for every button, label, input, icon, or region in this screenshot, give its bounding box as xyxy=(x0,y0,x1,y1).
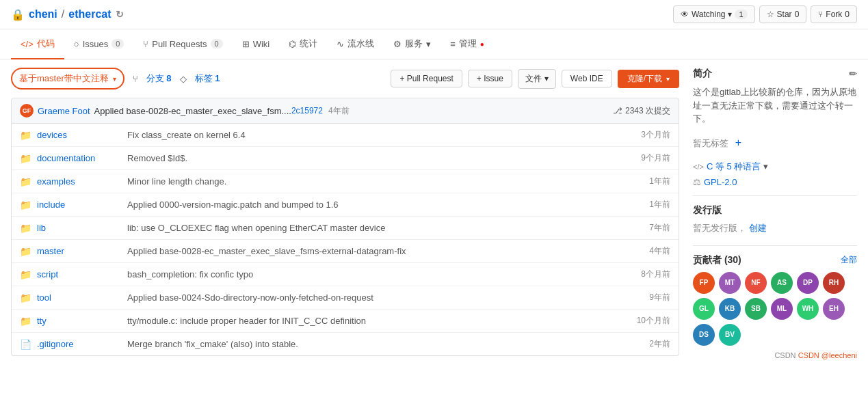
branch-selector[interactable]: 基于master带中文注释 ▾ xyxy=(11,68,124,90)
stats-icon: ⌬ xyxy=(289,39,296,49)
file-time-devices: 3个月前 xyxy=(641,129,670,141)
star-icon: ☆ xyxy=(767,10,774,19)
tag-icon: ◇ xyxy=(180,74,187,84)
folder-icon: 📁 xyxy=(20,246,31,257)
file-time-lib: 7年前 xyxy=(649,222,670,234)
commit-avatar: GF xyxy=(20,104,34,118)
owner-link[interactable]: cheni xyxy=(29,8,57,20)
file-name-tty[interactable]: tty xyxy=(37,316,119,326)
file-time-tty: 10个月前 xyxy=(637,315,670,327)
license-link[interactable]: GPL-2.0 xyxy=(704,177,737,187)
file-time-master: 4年前 xyxy=(649,245,670,257)
content-area: 基于master带中文注释 ▾ ⑂ 分支 8 ◇ 标签 1 + Pull Req… xyxy=(11,68,679,368)
release-section: 发行版 暂无发行版， 创建 xyxy=(693,204,857,234)
edit-icon[interactable]: ✏ xyxy=(849,68,857,79)
no-release-label: 暂无发行版， xyxy=(693,223,746,233)
contributor-sb[interactable]: SB xyxy=(745,298,767,320)
tab-admin[interactable]: ≡ 管理 ● xyxy=(440,29,494,59)
contributor-mt[interactable]: MT xyxy=(719,272,741,294)
contributor-bv[interactable]: BV xyxy=(719,324,741,346)
contributor-as[interactable]: AS xyxy=(771,272,793,294)
repo-link[interactable]: ethercat xyxy=(68,8,111,20)
commit-time: 4年前 xyxy=(328,105,350,117)
contributor-gl[interactable]: GL xyxy=(693,298,715,320)
commit-bar: GF Graeme Foot Applied base-0028-ec_mast… xyxy=(11,98,679,124)
tab-pullrequests[interactable]: ⑂ Pull Requests 0 xyxy=(133,31,232,59)
commit-branch-icon: ⎇ xyxy=(613,106,622,115)
refresh-icon[interactable]: ↻ xyxy=(116,9,124,20)
contributor-wh[interactable]: WH xyxy=(797,298,819,320)
tab-wiki[interactable]: ⊞ Wiki xyxy=(233,31,280,59)
lang-link[interactable]: C 等 5 种语言 xyxy=(707,161,761,173)
contributor-dp[interactable]: DP xyxy=(797,272,819,294)
file-name-documentation[interactable]: documentation xyxy=(37,153,119,163)
contributor-rh[interactable]: RH xyxy=(823,272,845,294)
file-msg-lib: lib: use O_CLOEXEC flag when opening Eth… xyxy=(119,223,649,233)
issues-icon: ○ xyxy=(74,39,79,49)
file-name-script[interactable]: script xyxy=(37,269,119,279)
pull-request-button[interactable]: + Pull Request xyxy=(391,70,462,87)
contributor-fp[interactable]: FP xyxy=(693,272,715,294)
table-row: 📁 include Applied 0000-version-magic.pat… xyxy=(12,193,679,217)
intro-title: 简介 ✏ xyxy=(693,68,857,80)
table-row: 📁 examples Minor line length change. 1年前 xyxy=(12,170,679,193)
file-msg-script: bash_completion: fix confic typo xyxy=(119,269,641,279)
file-name-master[interactable]: master xyxy=(37,246,119,256)
clone-button[interactable]: 克隆/下载 ▾ xyxy=(618,70,679,88)
file-name-tool[interactable]: tool xyxy=(37,292,119,303)
star-button[interactable]: ☆ Star 0 xyxy=(759,5,807,23)
commit-author[interactable]: Graeme Foot xyxy=(38,106,90,116)
contributor-kb[interactable]: KB xyxy=(719,298,741,320)
services-dropdown-icon: ▾ xyxy=(426,39,431,49)
contributor-eh[interactable]: EH xyxy=(823,298,845,320)
tab-wiki-label: Wiki xyxy=(253,39,270,49)
lock-icon: 🔒 xyxy=(11,8,25,21)
branch-chevron-icon: ▾ xyxy=(113,75,116,83)
branch-meta: ⑂ 分支 8 ◇ 标签 1 xyxy=(133,72,220,85)
tab-services[interactable]: ⚙ 服务 ▾ xyxy=(384,29,440,59)
no-tag-label: 暂无标签 xyxy=(693,138,728,148)
tab-issues[interactable]: ○ Issues 0 xyxy=(64,31,134,59)
file-name-include[interactable]: include xyxy=(37,200,119,210)
fork-button[interactable]: ⑂ Fork 0 xyxy=(811,5,857,23)
contributor-nf[interactable]: NF xyxy=(745,272,767,294)
watching-button[interactable]: 👁 Watching ▾ 1 xyxy=(673,5,755,23)
file-name-lib[interactable]: lib xyxy=(37,223,119,233)
webide-button[interactable]: Web IDE xyxy=(562,70,612,87)
nav-tabs: </> 代码 ○ Issues 0 ⑂ Pull Requests 0 ⊞ Wi… xyxy=(0,29,868,59)
tab-stats[interactable]: ⌬ 统计 xyxy=(279,29,327,59)
csdn-user-link[interactable]: CSDN @leecheni xyxy=(798,351,857,359)
admin-dot: ● xyxy=(480,40,484,48)
commit-hash[interactable]: 2c15972 xyxy=(291,106,323,115)
file-name-gitignore[interactable]: .gitignore xyxy=(37,339,119,349)
tab-services-label: 服务 xyxy=(405,38,423,50)
file-name-devices[interactable]: devices xyxy=(37,130,119,140)
tab-issues-label: Issues xyxy=(83,39,109,49)
file-button[interactable]: 文件 ▾ xyxy=(518,69,556,89)
contributor-ds[interactable]: DS xyxy=(693,324,715,346)
branch-icon: ⑂ xyxy=(133,74,138,84)
issues-badge: 0 xyxy=(111,39,124,49)
branches-link[interactable]: 分支 8 xyxy=(146,72,172,85)
tags-link[interactable]: 标签 1 xyxy=(195,72,220,85)
folder-icon: 📁 xyxy=(20,223,31,234)
create-release-link[interactable]: 创建 xyxy=(749,223,767,233)
tag-section: 暂无标签 + xyxy=(693,137,857,150)
file-name-examples[interactable]: examples xyxy=(37,176,119,187)
issue-button[interactable]: + Issue xyxy=(468,70,512,87)
contributor-ml[interactable]: ML xyxy=(771,298,793,320)
divider xyxy=(693,195,857,196)
add-tag-icon[interactable]: + xyxy=(735,137,741,148)
folder-icon: 📁 xyxy=(20,153,31,164)
table-row: 📁 devices Fix class_create on kernel 6.4… xyxy=(12,124,679,147)
tab-code[interactable]: </> 代码 xyxy=(11,29,64,59)
contributors-all-link[interactable]: 全部 xyxy=(841,254,857,266)
lang-section: </> C 等 5 种语言 ▾ xyxy=(693,161,857,173)
tab-pipeline[interactable]: ∿ 流水线 xyxy=(327,29,384,59)
wiki-icon: ⊞ xyxy=(242,39,250,49)
file-msg-include: Applied 0000-version-magic.patch and bum… xyxy=(119,200,649,210)
folder-icon: 📁 xyxy=(20,176,31,187)
file-msg-devices: Fix class_create on kernel 6.4 xyxy=(119,130,641,140)
separator: / xyxy=(62,8,64,20)
license-section[interactable]: ⚖ GPL-2.0 xyxy=(693,177,857,187)
